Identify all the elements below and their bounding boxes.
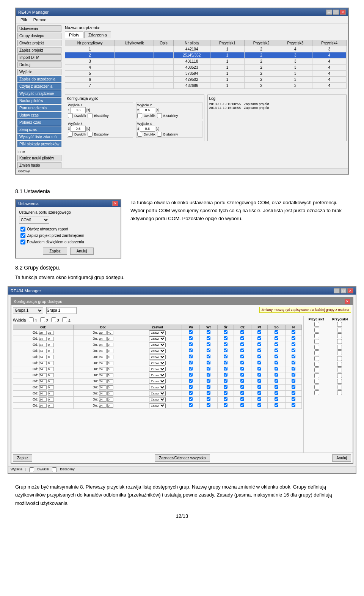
sidebar-btn-zmien-haslo[interactable]: Zmień hasło administratora	[17, 162, 61, 168]
out4-check[interactable]	[62, 317, 67, 322]
table-row[interactable]: 74326861234	[65, 83, 347, 89]
tab-zdarzenia[interactable]: Zdarzenia	[84, 32, 111, 38]
col-n: N	[285, 325, 301, 330]
schedule-row[interactable]: Od: Do: Zezwól	[13, 390, 302, 396]
schedule-row[interactable]: Od: Do: Zezwól	[13, 402, 302, 408]
groups-bistabilny-check[interactable]	[52, 467, 57, 472]
schedule-row[interactable]: Od: Do: Zezwól	[13, 330, 302, 336]
groups-dwuklik-check[interactable]	[29, 467, 34, 472]
groups-close-btn[interactable]: ✕	[347, 288, 353, 293]
sidebar-btn-wyjscie[interactable]: Wyjście	[17, 69, 61, 75]
right-checkbox-row	[305, 379, 351, 384]
out2-dwuklik[interactable]	[137, 113, 142, 118]
schedule-row[interactable]: Od: Do: Zezwól	[13, 336, 302, 342]
out4-spin[interactable]	[140, 126, 155, 132]
schedule-row[interactable]: Od: Do: Zezwól	[13, 348, 302, 354]
tab-piloty[interactable]: Piloty	[65, 32, 83, 38]
schedule-row[interactable]: Od: Do: Zezwól	[13, 342, 302, 348]
sidebar-btn-ustawienia[interactable]: Ustawienia	[17, 25, 61, 32]
col-pilot: Nr pilota	[173, 40, 210, 46]
sidebar-btn-drukuj[interactable]: Drukuj	[17, 61, 61, 68]
out3-check[interactable]	[51, 317, 56, 322]
right-checkbox-row	[305, 328, 351, 333]
col-p3: Przycisk3	[278, 40, 312, 46]
table-row[interactable]: 34311181234	[65, 58, 347, 65]
config-anuluj-btn[interactable]: Anuluj	[332, 454, 351, 462]
restore-btn[interactable]: □	[333, 9, 339, 15]
table-row[interactable]: 64295021234	[65, 77, 347, 83]
section-81-text: Ta funkcja otwiera okienko ustawienia po…	[130, 199, 349, 222]
schedule-row[interactable]: Od: Do: Zezwól	[13, 378, 302, 384]
com-select[interactable]: COM1	[19, 216, 49, 224]
window-titlebar: RE434 Manager ─ □ ✕	[16, 8, 348, 16]
out1-check[interactable]	[29, 317, 34, 322]
minimize-btn[interactable]: ─	[326, 9, 332, 15]
sidebar-btn-wyczysc-liste[interactable]: Wyczyść listę zdarzeń	[17, 134, 61, 140]
schedule-row[interactable]: Od: Do: Zezwól	[13, 366, 302, 372]
menu-plik[interactable]: Plik	[17, 17, 30, 23]
sidebar-btn-zapisz-urzadzenia[interactable]: Zapisz do urządzenia	[17, 76, 61, 82]
sidebar-btn-pin[interactable]: PIN blokady przycisków	[17, 141, 61, 147]
out2-spin[interactable]	[140, 107, 155, 113]
out4-bistabilny[interactable]	[157, 132, 162, 137]
table-row[interactable]: 53785941234	[65, 71, 347, 77]
sidebar-btn-czytaj[interactable]: Czytaj z urządzenia	[17, 83, 61, 90]
log-panel: Log 2013-11-19 15:08:55Zapisano projekt2…	[207, 95, 347, 141]
out3-spin[interactable]	[71, 126, 86, 132]
groups-minimize-btn[interactable]: ─	[334, 288, 340, 293]
inner-close-btn[interactable]: ✕	[344, 299, 350, 304]
status-bar: Gotowy	[16, 168, 348, 174]
config-zapisz-btn[interactable]: Zapisz	[13, 454, 32, 462]
sidebar-btn-zapisz[interactable]: Zapisz projekt	[17, 47, 61, 54]
table-row[interactable]: 14421041243	[65, 46, 347, 52]
schedule-row[interactable]: Od: Do: Zezwól	[13, 396, 302, 402]
wyjscie3-label: Wyjście 3	[68, 122, 132, 126]
out3-dwuklik-label: Dwuklik	[74, 132, 86, 136]
checkbox-raport[interactable]	[20, 227, 25, 232]
out4-dwuklik[interactable]	[137, 132, 142, 137]
sidebar-btn-otworz[interactable]: Otwórz projekt	[17, 40, 61, 46]
col-p1: Przycisk1	[210, 40, 245, 46]
out2-check[interactable]	[40, 317, 45, 322]
sidebar-btn-import[interactable]: Import DTM	[17, 54, 61, 61]
schedule-row[interactable]: Od: Do: Zezwól	[13, 372, 302, 378]
table-row[interactable]: 44385231234	[65, 65, 347, 71]
schedule-row[interactable]: Od: Do: Zezwól	[13, 354, 302, 360]
out3-bistabilny[interactable]	[88, 132, 93, 137]
group-header: Grupa 1 Zmiany muszą być zapisywane dla …	[11, 305, 353, 316]
sidebar-btn-nauka[interactable]: Nauka pilotów	[17, 98, 61, 104]
close-btn[interactable]: ✕	[340, 9, 346, 15]
checkbox-zapisz[interactable]	[20, 233, 25, 238]
checkbox-powiadom[interactable]	[20, 240, 25, 244]
config-zaznacz-btn[interactable]: Zaznacz/Odznacz wszystko	[155, 454, 210, 462]
sidebar-btn-pam[interactable]: Pam urządzenia	[17, 105, 61, 111]
groups-restore-btn[interactable]: □	[340, 288, 347, 293]
sidebar-btn-koniec[interactable]: Koniec nauki pilotów	[17, 155, 61, 161]
settings-anuluj-btn[interactable]: Anuluj	[70, 248, 94, 255]
out3-dwuklik[interactable]	[68, 132, 73, 137]
settings-close-btn[interactable]: ✕	[112, 201, 118, 206]
log-entry: 2013-11-19 15:18:55Zapisano projekt	[209, 106, 345, 110]
page-number: 12/13	[0, 507, 364, 525]
checkbox-zapisz-label: Zapisz projekt przed zamknięciem	[27, 233, 84, 238]
col-nr: Nr porządkowy	[65, 40, 115, 46]
table-row[interactable]: 225145/3621234	[65, 52, 347, 58]
schedule-row[interactable]: Od: Do: Zezwól	[13, 384, 302, 390]
schedule-row[interactable]: Od: Do: Zezwól	[13, 360, 302, 366]
group-select[interactable]: Grupa 1	[13, 307, 43, 314]
sidebar-btn-wyczysc[interactable]: Wyczyść urządzenie	[17, 90, 61, 97]
menu-pomoc[interactable]: Pomoc	[30, 17, 49, 23]
sidebar-btn-zeruj[interactable]: Zeruj czas	[17, 126, 61, 133]
out1-bistabilny[interactable]	[88, 113, 93, 118]
sidebar-btn-ustaw-czas[interactable]: Ustaw czas	[17, 112, 61, 118]
out1-dwuklik[interactable]	[68, 113, 73, 118]
sidebar-btn-grupy[interactable]: Grupy dostępu	[17, 33, 61, 39]
window-controls: ─ □ ✕	[326, 9, 346, 15]
group-name-input[interactable]	[46, 307, 77, 314]
sidebar-btn-pobierz[interactable]: Pobierz czas	[17, 119, 61, 126]
settings-zapisz-btn[interactable]: Zapisz	[43, 248, 67, 255]
out2-bistabilny[interactable]	[157, 113, 162, 118]
out1-spin[interactable]	[71, 107, 86, 113]
output-row-34: Wyjście 3 3 [s] Dwuklik	[67, 121, 202, 138]
settings-dialog-buttons: Zapisz Anuluj	[19, 248, 118, 255]
